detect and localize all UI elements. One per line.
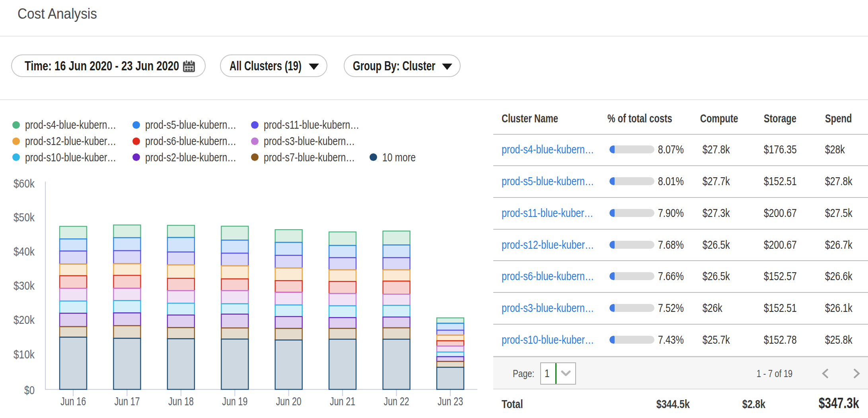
svg-text:$50k: $50k bbox=[14, 211, 35, 224]
svg-text:Jun 16: Jun 16 bbox=[60, 395, 86, 408]
svg-text:Jun 21: Jun 21 bbox=[330, 395, 355, 408]
svg-text:Jun 23: Jun 23 bbox=[438, 395, 463, 408]
svg-text:Jun 17: Jun 17 bbox=[114, 395, 140, 408]
svg-text:Jun 19: Jun 19 bbox=[222, 395, 247, 408]
svg-text:Jun 22: Jun 22 bbox=[384, 395, 409, 408]
svg-text:$30k: $30k bbox=[14, 279, 35, 292]
svg-text:Jun 20: Jun 20 bbox=[276, 395, 302, 408]
svg-text:$40k: $40k bbox=[14, 245, 35, 258]
svg-text:$60k: $60k bbox=[14, 177, 35, 190]
svg-text:$20k: $20k bbox=[14, 314, 35, 326]
svg-text:$0: $0 bbox=[24, 384, 35, 397]
svg-text:$10k: $10k bbox=[14, 348, 35, 361]
svg-text:Jun 18: Jun 18 bbox=[168, 395, 194, 408]
